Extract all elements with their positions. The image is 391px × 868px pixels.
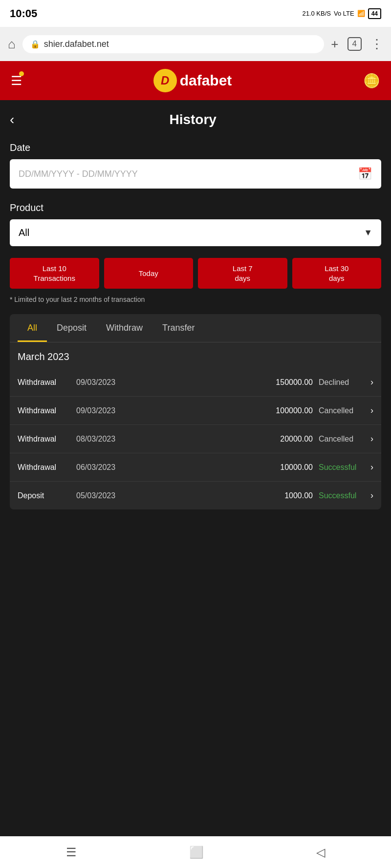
month-header: March 2023 — [10, 342, 381, 368]
filter-buttons: Last 10Transactions Today Last 7days Las… — [10, 258, 381, 289]
tx-status: Cancelled — [319, 435, 368, 444]
chevron-right-icon: › — [370, 434, 373, 444]
product-select[interactable]: All ▼ — [10, 219, 381, 246]
tx-date: 06/03/2023 — [76, 463, 145, 472]
logo-text: dafabet — [180, 72, 232, 89]
chevron-down-icon: ▼ — [364, 228, 372, 238]
network-speed: 21.0 KB/S — [302, 10, 331, 17]
nav-back-icon[interactable]: ◁ — [316, 846, 325, 859]
tx-type: Withdrawal — [18, 435, 76, 444]
url-text: shier.dafabet.net — [44, 39, 109, 49]
transaction-row[interactable]: Withdrawal 06/03/2023 10000.00 Successfu… — [10, 453, 381, 481]
limit-note: * Limited to your last 2 months of trans… — [10, 296, 381, 303]
tx-date: 08/03/2023 — [76, 435, 145, 444]
notification-dot — [19, 71, 24, 76]
tab-deposit[interactable]: Deposit — [47, 314, 96, 342]
product-label: Product — [10, 202, 381, 213]
bottom-nav: ☰ ⬜ ◁ — [0, 836, 391, 868]
add-tab-icon[interactable]: + — [331, 37, 338, 52]
product-section: Product All ▼ — [10, 202, 381, 246]
battery-indicator: 44 — [368, 8, 381, 19]
tx-status: Cancelled — [319, 406, 368, 415]
home-icon[interactable]: ⌂ — [8, 37, 16, 52]
browser-actions: + 4 ⋮ — [331, 37, 383, 52]
tx-type: Withdrawal — [18, 378, 76, 387]
url-bar[interactable]: 🔒 shier.dafabet.net — [22, 35, 325, 53]
last-7-days-button[interactable]: Last 7days — [198, 258, 287, 289]
chevron-right-icon: › — [370, 462, 373, 472]
tab-withdraw[interactable]: Withdraw — [96, 314, 152, 342]
status-icons: 21.0 KB/S Vo LTE 📶 44 — [302, 8, 381, 19]
page-title: History — [24, 112, 362, 127]
tx-amount: 100000.00 — [145, 406, 319, 415]
date-input[interactable]: DD/MM/YYYY - DD/MM/YYYY 📅 — [10, 159, 381, 189]
back-button[interactable]: ‹ — [10, 112, 14, 127]
logo-container: D dafabet — [153, 69, 232, 92]
tabs-container: All Deposit Withdraw Transfer — [10, 314, 381, 342]
tx-status: Declined — [319, 378, 368, 387]
transaction-row[interactable]: Withdrawal 08/03/2023 20000.00 Cancelled… — [10, 424, 381, 453]
tx-type: Deposit — [18, 491, 76, 500]
today-button[interactable]: Today — [104, 258, 194, 289]
transaction-row[interactable]: Withdrawal 09/03/2023 100000.00 Cancelle… — [10, 396, 381, 424]
chevron-right-icon: › — [370, 490, 373, 501]
chevron-right-icon: › — [370, 405, 373, 416]
browser-bar: ⌂ 🔒 shier.dafabet.net + 4 ⋮ — [0, 27, 391, 61]
volte-indicator: Vo LTE — [334, 10, 354, 17]
nav-menu-icon[interactable]: ☰ — [66, 846, 77, 859]
tab-count[interactable]: 4 — [348, 37, 362, 51]
transactions-container: Withdrawal 09/03/2023 150000.00 Declined… — [10, 368, 381, 509]
last-30-days-button[interactable]: Last 30days — [292, 258, 382, 289]
nav-home-icon[interactable]: ⬜ — [189, 846, 204, 859]
app-header: ☰ D dafabet 🪙 — [0, 61, 391, 100]
lock-icon: 🔒 — [30, 40, 40, 49]
date-label: Date — [10, 142, 381, 153]
date-section: Date DD/MM/YYYY - DD/MM/YYYY 📅 — [10, 142, 381, 189]
chevron-right-icon: › — [370, 377, 373, 387]
page-header: ‹ History — [10, 112, 381, 127]
tabs-row: All Deposit Withdraw Transfer — [18, 314, 373, 342]
signal-icon: 📶 — [357, 10, 365, 17]
logo-icon: D — [153, 69, 177, 92]
product-value: All — [19, 227, 29, 238]
tx-amount: 10000.00 — [145, 463, 319, 472]
tab-transfer[interactable]: Transfer — [152, 314, 204, 342]
main-content: ‹ History Date DD/MM/YYYY - DD/MM/YYYY 📅… — [0, 100, 391, 521]
calendar-icon[interactable]: 📅 — [358, 167, 372, 181]
status-time: 10:05 — [10, 7, 37, 20]
transaction-row[interactable]: Deposit 05/03/2023 1000.00 Successful › — [10, 481, 381, 509]
tx-date: 09/03/2023 — [76, 406, 145, 415]
tx-type: Withdrawal — [18, 406, 76, 415]
tx-status: Successful — [319, 491, 368, 500]
tx-amount: 20000.00 — [145, 435, 319, 444]
tab-all[interactable]: All — [18, 314, 47, 342]
coins-icon[interactable]: 🪙 — [363, 73, 380, 89]
tx-amount: 1000.00 — [145, 491, 319, 500]
date-placeholder: DD/MM/YYYY - DD/MM/YYYY — [19, 169, 138, 179]
tx-type: Withdrawal — [18, 463, 76, 472]
tx-status: Successful — [319, 463, 368, 472]
status-bar: 10:05 21.0 KB/S Vo LTE 📶 44 — [0, 0, 391, 27]
tx-date: 05/03/2023 — [76, 491, 145, 500]
tx-date: 09/03/2023 — [76, 378, 145, 387]
transaction-row[interactable]: Withdrawal 09/03/2023 150000.00 Declined… — [10, 368, 381, 396]
more-options-icon[interactable]: ⋮ — [370, 37, 383, 52]
tx-amount: 150000.00 — [145, 378, 319, 387]
menu-button[interactable]: ☰ — [11, 73, 22, 88]
last-10-transactions-button[interactable]: Last 10Transactions — [10, 258, 99, 289]
